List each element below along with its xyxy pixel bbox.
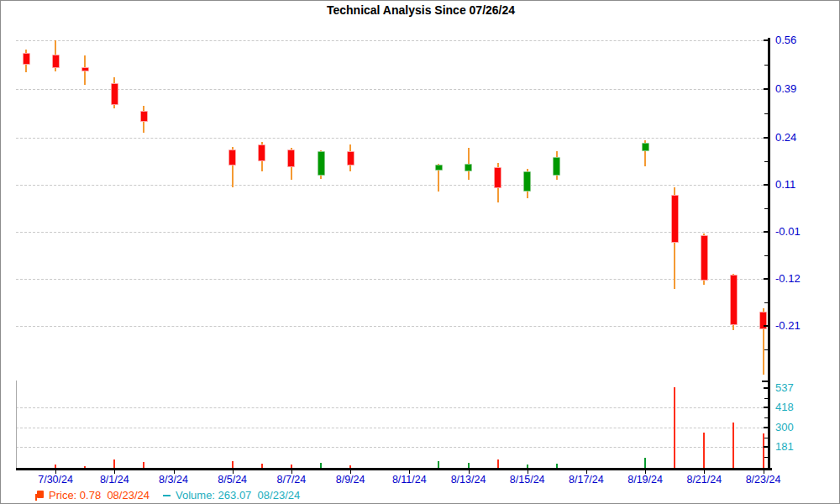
price-axis-line (768, 38, 770, 470)
x-tick-label: 8/7/24 (266, 474, 317, 486)
x-tick-label: 8/19/24 (620, 474, 670, 486)
volume-gridline (16, 428, 768, 428)
candle-body (553, 157, 560, 176)
x-axis-line (16, 468, 772, 470)
volume-axis-tick (764, 427, 768, 428)
x-tick-label: 8/13/24 (444, 474, 494, 486)
volume-dash-icon (163, 495, 171, 496)
volume-tick-label: 181 (775, 441, 794, 453)
price-axis-tick (764, 325, 768, 327)
volume-bar (703, 433, 705, 468)
volume-tick-label: 418 (775, 402, 794, 413)
price-gridline (16, 40, 768, 41)
volume-gridline (16, 447, 768, 448)
price-candlestick-icon (37, 491, 44, 498)
x-tick-label: 8/11/24 (384, 474, 434, 486)
price-gridline (16, 185, 768, 186)
volume-axis-tick (764, 446, 768, 448)
volume-bar (438, 461, 439, 468)
price-gridline (16, 326, 768, 327)
candle-body (140, 111, 148, 122)
volume-bar (143, 462, 144, 468)
price-gridline (16, 89, 768, 90)
x-tick-label: 8/17/24 (561, 474, 612, 486)
price-tick-label: -0.01 (775, 226, 801, 238)
volume-bar (644, 458, 646, 468)
volume-axis-minor-tick (764, 398, 768, 399)
candle-body (523, 171, 531, 192)
candle-body (435, 165, 443, 171)
candle-body (347, 151, 354, 165)
price-axis-tick (764, 278, 768, 280)
price-tick-label: 0.11 (775, 179, 795, 191)
volume-tick-label: 300 (775, 422, 794, 433)
x-tick-label: 8/1/24 (89, 474, 139, 486)
volume-axis-minor-tick (764, 417, 768, 418)
legend-price-date: 08/23/24 (107, 489, 150, 501)
x-tick-label: 8/21/24 (679, 474, 729, 486)
candle-body (228, 150, 236, 165)
legend-volume-label: Volume: 263.07 (176, 489, 251, 501)
legend-volume-text: Volume: 263.07 08/23/24 (176, 489, 300, 501)
price-axis-tick (764, 231, 768, 233)
x-tick-label: 8/9/24 (325, 474, 375, 486)
candle-body (111, 83, 118, 105)
legend-price-text: Price: 0.78 08/23/24 (49, 489, 150, 501)
candle-body (287, 150, 295, 167)
volume-bar (674, 387, 675, 468)
legend-volume-date: 08/23/24 (258, 489, 301, 501)
price-tick-label: 0.24 (775, 132, 796, 144)
x-tick-label: 7/30/24 (30, 474, 81, 486)
x-tick-label: 8/3/24 (149, 474, 199, 486)
price-axis-minor-tick (764, 302, 768, 303)
volume-tick-label: 537 (775, 382, 794, 394)
price-tick-label: -0.12 (775, 273, 801, 285)
x-tick-label: 8/15/24 (502, 474, 553, 486)
price-axis-minor-tick (764, 161, 768, 162)
price-tick-label: 0.39 (775, 83, 796, 95)
price-axis-minor-tick (764, 255, 768, 256)
legend-price-label: Price: 0.78 (49, 489, 101, 501)
candle-body (671, 195, 679, 243)
candle-body (81, 67, 89, 71)
price-axis-minor-tick (764, 349, 768, 350)
volume-panel-left-border (16, 381, 17, 470)
price-axis-tick (764, 88, 768, 90)
candle-body (52, 55, 60, 68)
price-axis-tick (764, 184, 768, 186)
volume-axis-minor-tick (764, 438, 768, 438)
volume-bar (113, 459, 115, 468)
volume-bar (232, 461, 234, 468)
volume-gridline (16, 407, 768, 408)
volume-axis-minor-tick (764, 457, 768, 458)
volume-axis-tick (764, 387, 768, 389)
candle-body (318, 151, 325, 176)
candle-body (23, 53, 30, 65)
price-axis-tick (764, 137, 768, 139)
candle-body (494, 167, 501, 189)
price-gridline (16, 232, 768, 233)
price-tick-label: 0.56 (775, 34, 796, 46)
price-candlestick-icon-stem (35, 494, 37, 501)
candle-body (730, 275, 738, 325)
candle-body (465, 164, 472, 171)
price-axis-minor-tick (764, 208, 768, 209)
candle-body (701, 235, 708, 281)
price-gridline (16, 279, 768, 280)
candle-body (258, 144, 265, 161)
chart-title: Technical Analysis Since 07/26/24 (1, 3, 840, 17)
price-gridline (16, 138, 768, 139)
price-tick-label: -0.21 (775, 320, 801, 332)
volume-axis-tick (764, 407, 768, 408)
chart-legend: Price: 0.78 08/23/24 Volume: 263.07 08/2… (1, 489, 840, 502)
x-tick-label: 8/5/24 (207, 474, 258, 486)
volume-bar (497, 459, 499, 468)
volume-bar (763, 433, 764, 468)
x-tick-label: 8/23/24 (738, 474, 789, 486)
volume-axis-top-cap (762, 381, 768, 382)
price-axis-tick (764, 39, 768, 41)
volume-bar (732, 423, 734, 468)
price-axis-minor-tick (764, 113, 768, 114)
technical-analysis-chart: Technical Analysis Since 07/26/24 0.560.… (0, 0, 840, 504)
candle-body (642, 143, 649, 152)
